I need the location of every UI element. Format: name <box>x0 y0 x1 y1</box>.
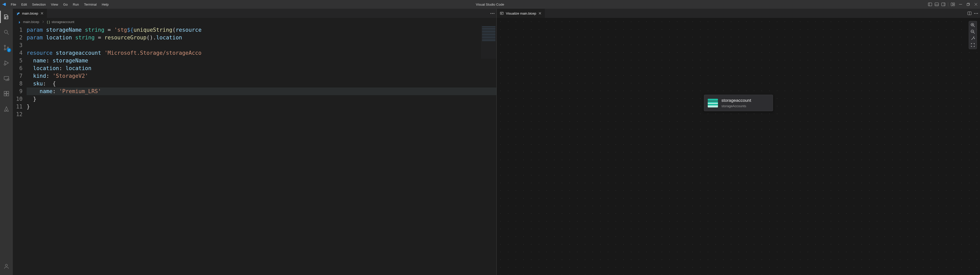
menu-run[interactable]: Run <box>71 2 81 8</box>
split-editor-icon[interactable] <box>967 11 972 15</box>
window-restore-icon[interactable] <box>966 2 970 6</box>
resource-node-title: storageaccount <box>722 98 751 103</box>
visualizer-more-actions-icon[interactable] <box>974 13 978 14</box>
title-bar: File Edit Selection View Go Run Terminal… <box>0 0 980 9</box>
code-lines[interactable]: param storageName string = 'stg${uniqueS… <box>27 26 496 118</box>
editor-tabs: main.bicep <box>13 9 496 18</box>
vscode-logo-icon <box>2 2 6 6</box>
azure-icon <box>3 106 10 112</box>
svg-rect-8 <box>953 5 955 6</box>
menu-help[interactable]: Help <box>100 2 111 8</box>
remote-icon <box>3 75 10 81</box>
toggle-primary-sidebar-icon[interactable] <box>928 2 932 6</box>
menu-go[interactable]: Go <box>61 2 70 8</box>
line-number-gutter: 123456789101112 <box>13 26 27 118</box>
menu-edit[interactable]: Edit <box>19 2 29 8</box>
resource-node-type: storageAccounts <box>722 104 751 108</box>
activity-source-control[interactable]: 2 <box>0 41 13 54</box>
activity-explorer[interactable] <box>0 11 13 23</box>
svg-point-19 <box>4 64 6 65</box>
visualizer-tab-actions <box>967 9 978 18</box>
bicep-file-icon <box>18 20 22 24</box>
activity-extensions[interactable] <box>0 87 13 100</box>
chevron-right-icon <box>41 20 45 24</box>
svg-point-16 <box>4 49 6 50</box>
search-icon <box>3 29 10 35</box>
editor-more-actions-icon[interactable] <box>490 13 494 14</box>
breadcrumb-symbol-label: storageaccount <box>51 20 74 24</box>
svg-rect-55 <box>708 104 718 105</box>
svg-rect-4 <box>942 3 945 6</box>
tab-label: Visualize main.bicep <box>506 11 536 15</box>
svg-rect-25 <box>4 91 6 93</box>
activity-azure[interactable] <box>0 103 13 115</box>
menu-selection[interactable]: Selection <box>30 2 48 8</box>
visualizer-group: Visualize main.bicep <box>496 9 980 275</box>
code-editor[interactable]: 123456789101112 param storageName string… <box>13 25 496 275</box>
activity-accounts[interactable] <box>0 260 13 272</box>
menu-terminal[interactable]: Terminal <box>82 2 99 8</box>
tab-close-icon[interactable] <box>538 11 542 15</box>
svg-rect-27 <box>7 94 9 96</box>
tab-visualize-main-bicep[interactable]: Visualize main.bicep <box>497 9 545 18</box>
title-bar-right <box>928 2 978 6</box>
breadcrumb-file[interactable]: main.bicep <box>18 20 39 24</box>
svg-rect-10 <box>967 3 969 6</box>
svg-line-45 <box>974 33 975 34</box>
tab-close-icon[interactable] <box>40 11 44 15</box>
storage-account-icon <box>708 99 718 107</box>
customize-layout-icon[interactable] <box>951 2 955 6</box>
tab-main-bicep[interactable]: main.bicep <box>13 9 47 18</box>
zoom-out-icon[interactable] <box>970 29 975 34</box>
title-divider <box>948 2 948 6</box>
svg-rect-52 <box>708 99 718 101</box>
activity-search[interactable] <box>0 26 13 38</box>
visualizer-tabs: Visualize main.bicep <box>497 9 980 18</box>
menu-file[interactable]: File <box>9 2 18 8</box>
svg-line-41 <box>974 26 975 27</box>
svg-point-13 <box>4 30 8 33</box>
breadcrumb[interactable]: main.bicep { } storageaccount <box>13 18 496 25</box>
svg-rect-0 <box>928 3 932 6</box>
fit-to-screen-icon[interactable] <box>970 43 975 47</box>
svg-line-14 <box>7 33 9 35</box>
minimap[interactable] <box>481 25 496 59</box>
visualizer-toolbar <box>969 21 977 49</box>
menu-view[interactable]: View <box>49 2 60 8</box>
editor-tab-actions <box>490 9 494 18</box>
svg-rect-2 <box>935 3 939 6</box>
resource-node-storageaccount[interactable]: storageaccount storageAccounts <box>704 95 773 111</box>
toggle-secondary-sidebar-icon[interactable] <box>941 2 945 6</box>
visualizer-canvas[interactable]: storageaccount storageAccounts <box>497 18 980 275</box>
activity-bar: 2 <box>0 9 13 275</box>
svg-point-15 <box>4 45 6 47</box>
preview-icon <box>500 11 504 15</box>
svg-rect-28 <box>7 91 9 93</box>
scm-badge: 2 <box>7 48 11 52</box>
files-icon <box>3 14 10 20</box>
breadcrumb-file-label: main.bicep <box>23 20 39 24</box>
bicep-file-icon <box>16 11 20 15</box>
extensions-icon <box>3 90 10 97</box>
editor-group: main.bicep main.bicep { } storageaccount <box>13 9 496 275</box>
toggle-panel-icon[interactable] <box>935 2 939 6</box>
svg-rect-26 <box>4 94 6 96</box>
breadcrumb-symbol[interactable]: { } storageaccount <box>47 20 74 24</box>
svg-rect-7 <box>953 3 955 4</box>
svg-rect-54 <box>708 101 718 103</box>
svg-point-29 <box>5 264 8 266</box>
account-icon <box>3 263 10 269</box>
svg-rect-6 <box>951 3 953 6</box>
menu-bar: File Edit Selection View Go Run Terminal… <box>9 2 111 8</box>
layout-controls <box>928 2 955 6</box>
tab-label: main.bicep <box>22 11 38 15</box>
window-close-icon[interactable] <box>974 2 978 6</box>
activity-run-debug[interactable] <box>0 57 13 69</box>
activity-remote-explorer[interactable] <box>0 72 13 84</box>
debug-icon <box>3 60 10 66</box>
zoom-in-icon[interactable] <box>970 23 975 27</box>
window-minimize-icon[interactable] <box>958 2 963 6</box>
window-title: Visual Studio Code <box>476 3 504 6</box>
magic-wand-icon[interactable] <box>970 36 975 41</box>
